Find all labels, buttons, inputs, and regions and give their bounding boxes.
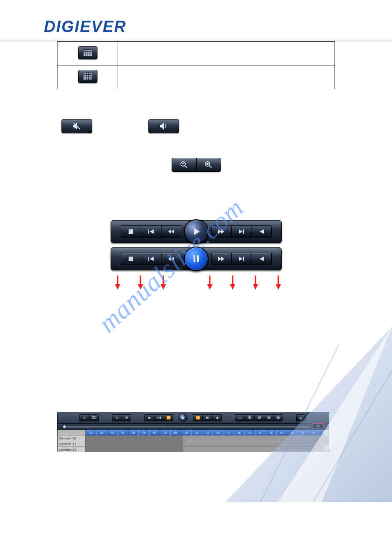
zoom-in-icon xyxy=(205,161,212,169)
arrow-3 xyxy=(160,276,166,290)
arrow-2 xyxy=(137,276,144,290)
tl-play-button[interactable] xyxy=(179,414,187,422)
tl-tick: 14 xyxy=(223,430,234,435)
forward-icon xyxy=(218,229,224,234)
zoom-button-group xyxy=(172,158,221,172)
tl-next-button[interactable]: ⏭ xyxy=(202,414,212,421)
mute-button[interactable] xyxy=(61,119,92,133)
svg-marker-22 xyxy=(259,229,264,234)
svg-marker-36 xyxy=(115,284,120,290)
tl-scrollbar[interactable] xyxy=(324,430,329,452)
tl-cam-row-2[interactable]: Camera 11 xyxy=(58,441,85,447)
tl-layout9-button[interactable]: ▦ xyxy=(254,414,264,421)
play-button[interactable] xyxy=(184,219,209,244)
svg-marker-44 xyxy=(230,284,235,290)
prev-button-2[interactable] xyxy=(141,253,161,265)
tl-prev-button[interactable]: ⏮ xyxy=(154,414,164,421)
tl-speed-indicator: 1x xyxy=(312,423,324,428)
tl-audio-button[interactable]: 🔈 xyxy=(296,414,306,421)
reverse-play-icon xyxy=(259,257,264,261)
stop-button-2[interactable] xyxy=(121,253,141,265)
svg-marker-27 xyxy=(171,257,174,261)
reverse-play-button-2[interactable] xyxy=(252,253,272,265)
arrow-7 xyxy=(275,276,281,290)
timeline-panel: ⎋ ⌧ ⊖ ⊕ ■ ⏮ ⏪ ⏩ ⏭ xyxy=(57,412,329,452)
tl-tick: 15 xyxy=(234,430,244,435)
tl-track-1[interactable] xyxy=(86,435,329,441)
grid-12-button[interactable] xyxy=(78,46,97,59)
svg-marker-26 xyxy=(168,257,171,261)
arrow-1 xyxy=(115,276,121,290)
svg-marker-17 xyxy=(194,228,200,235)
tl-layout12-button[interactable]: ▦ xyxy=(264,414,273,421)
rewind-button-2[interactable] xyxy=(161,253,181,265)
tl-speed-slider[interactable] xyxy=(63,426,310,428)
tl-tick: 12 xyxy=(202,430,212,435)
svg-line-9 xyxy=(209,166,212,168)
svg-rect-23 xyxy=(129,257,133,261)
tl-zoomout-button[interactable]: ⊖ xyxy=(112,414,122,421)
prev-icon xyxy=(148,229,154,234)
prev-button[interactable] xyxy=(141,225,161,238)
stop-button[interactable] xyxy=(121,225,141,238)
next-button[interactable] xyxy=(231,225,252,238)
svg-line-6 xyxy=(185,166,187,168)
prev-icon xyxy=(148,257,154,261)
tl-stop-button[interactable]: ■ xyxy=(144,414,154,421)
play-icon xyxy=(192,228,200,236)
muted-icon xyxy=(72,122,82,130)
unmute-button[interactable] xyxy=(148,119,179,133)
forward-icon xyxy=(218,257,224,261)
pause-icon xyxy=(193,255,200,263)
tl-forward-button[interactable]: ⏩ xyxy=(193,414,202,421)
tl-layout-group: ▭ ⊞ ▦ ▦ ▦ xyxy=(235,414,283,421)
rewind-button[interactable] xyxy=(161,225,181,238)
tl-tick: 01 xyxy=(86,430,96,435)
reverse-play-button[interactable] xyxy=(252,225,272,238)
next-button-2[interactable] xyxy=(231,253,252,265)
tl-track-2[interactable] xyxy=(86,441,329,447)
tl-export-button[interactable]: ⎋ xyxy=(79,414,89,421)
tl-tick: 04 xyxy=(117,430,128,435)
grid-16-icon xyxy=(83,73,93,80)
pause-button[interactable] xyxy=(184,247,209,271)
tl-rewind-button[interactable]: ⏪ xyxy=(164,414,173,421)
tl-tick: 13 xyxy=(212,430,223,435)
tl-tick: 19 xyxy=(276,430,287,435)
grid-16-button[interactable] xyxy=(78,70,97,83)
tl-cam-row-3[interactable]: Camera 13 xyxy=(58,447,85,452)
svg-marker-40 xyxy=(161,284,166,290)
zoom-out-button[interactable] xyxy=(172,158,196,172)
tl-zoomin-button[interactable]: ⊕ xyxy=(122,414,131,421)
tl-export-group: ⎋ ⌧ xyxy=(79,414,99,421)
svg-marker-15 xyxy=(168,229,171,234)
rewind-icon xyxy=(168,257,174,261)
forward-button[interactable] xyxy=(211,225,231,238)
svg-rect-24 xyxy=(148,257,149,261)
tl-layout4-button[interactable]: ⊞ xyxy=(245,414,254,421)
tl-time-ruler[interactable]: 0102030405060708091011121314151617181920… xyxy=(86,430,329,435)
tl-tick: 06 xyxy=(138,430,149,435)
tl-tick: 16 xyxy=(244,430,255,435)
grid-12-icon xyxy=(83,49,92,56)
tl-slider-thumb[interactable] xyxy=(63,425,66,428)
tl-track-3[interactable] xyxy=(86,447,329,452)
display-mode-table xyxy=(57,41,335,89)
tl-play-left-group: ■ ⏮ ⏪ xyxy=(144,414,173,421)
tl-layout1-button[interactable]: ▭ xyxy=(235,414,245,421)
tl-tick: 03 xyxy=(107,430,117,435)
svg-rect-29 xyxy=(197,255,199,262)
tl-tick: 10 xyxy=(181,430,191,435)
tl-tick: 22 xyxy=(308,430,318,435)
zoom-in-button[interactable] xyxy=(196,158,221,172)
forward-button-2[interactable] xyxy=(211,253,231,265)
tl-revplay-button[interactable]: ◀ xyxy=(212,414,222,421)
svg-marker-30 xyxy=(218,257,221,261)
svg-marker-49 xyxy=(182,416,185,420)
svg-rect-12 xyxy=(129,229,133,234)
tl-layout16-button[interactable]: ▦ xyxy=(273,414,283,421)
tl-snapshot-button[interactable]: ⌧ xyxy=(89,414,99,421)
svg-marker-20 xyxy=(239,229,243,234)
tl-cam-row-1[interactable]: Camera 10 xyxy=(58,435,85,441)
svg-rect-13 xyxy=(148,229,149,234)
